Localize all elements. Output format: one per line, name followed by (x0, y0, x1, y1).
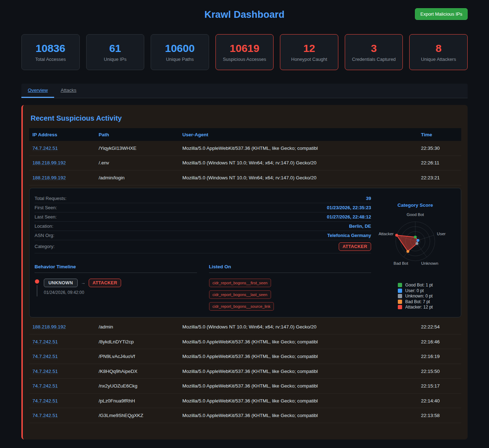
timeline-content: UNKNOWN→ATTACKER01/24/2026, 09:42:00 (44, 279, 121, 296)
legend-label: Good Bot: 1 pt (405, 283, 433, 288)
page-title: Krawl Dashboard (21, 0, 468, 20)
timeline-from-badge: UNKNOWN (44, 279, 78, 287)
path-cell: /8ykdLnDYTi2cp (95, 339, 179, 344)
time-cell: 22:15:17 (416, 383, 461, 389)
tab-attacks[interactable]: Attacks (54, 84, 83, 98)
path-cell: /admin/login (95, 175, 179, 180)
radar-legend: Good Bot: 1 ptUser: 0 ptUnknown: 0 ptBad… (398, 283, 433, 310)
legend-label: Attacker: 12 pt (405, 305, 433, 310)
table-row[interactable]: 74.7.242.51/YiqykGI13WHXEMozilla/5.0 App… (29, 141, 461, 156)
table-row[interactable]: 188.218.99.192/.envMozilla/5.0 (Windows … (29, 156, 461, 171)
timeline-to-badge: ATTACKER (89, 279, 121, 287)
category-label: Category: (35, 244, 54, 249)
listed-on-chip[interactable]: cidr_report_bogons__first_seen (209, 279, 271, 287)
stat-value: 61 (109, 42, 121, 54)
stat-value: 10600 (165, 42, 194, 54)
table-row[interactable]: 74.7.242.51/8ykdLnDYTi2cpMozilla/5.0 App… (29, 334, 461, 349)
time-cell: 22:35:30 (416, 146, 461, 151)
listed-on-heading: Listed On (209, 264, 371, 273)
path-cell: /YiqykGI13WHXE (95, 146, 179, 151)
stat-value: 10619 (230, 42, 259, 54)
legend-swatch-icon (398, 289, 402, 293)
stat-card: 8Unique Attackers (409, 34, 468, 70)
detail-field-value: 01/23/2026, 22:35:23 (327, 205, 371, 210)
table-row[interactable]: 74.7.242.51/PN9LvAcJ4uoVfMozilla/5.0 App… (29, 349, 461, 364)
stat-label: Total Accesses (35, 57, 66, 62)
timeline-marker (35, 279, 39, 296)
column-header: IP Address (29, 132, 95, 137)
detail-field-label: Location: (35, 223, 53, 229)
stat-card: 3Credentials Captured (345, 34, 403, 70)
export-malicious-ips-button[interactable]: Export Malicious IPs (415, 8, 468, 20)
legend-item: Attacker: 12 pt (398, 305, 433, 310)
radar-axis-label: Bad Bot (394, 261, 409, 265)
detail-field-value: Telefonica Germany (327, 233, 371, 238)
category-score-radar: Good BotUserUnknownBad BotAttacker (375, 210, 456, 273)
ip-address-link[interactable]: 188.218.99.192 (32, 175, 66, 180)
timeline-dot-icon (35, 279, 39, 284)
user-agent-cell: Mozilla/5.0 (Windows NT 10.0; Win64; x64… (179, 160, 416, 165)
arrow-right-icon: → (81, 280, 85, 285)
listed-on-chip[interactable]: cidr_report_bogons__source_link (209, 302, 274, 311)
path-cell: /nx2yUOZuE6Ckg (95, 383, 179, 389)
ip-address-link[interactable]: 74.7.242.51 (32, 339, 58, 344)
detail-field-label: First Seen: (35, 205, 57, 210)
stat-value: 8 (436, 42, 442, 54)
stat-label: Unique Paths (166, 57, 194, 62)
stat-value: 12 (303, 42, 315, 54)
stat-value: 3 (371, 42, 377, 54)
legend-item: User: 0 pt (398, 288, 433, 294)
time-cell: 22:13:58 (416, 413, 461, 418)
detail-field-row: Location:Berlin, DE (35, 222, 371, 231)
table-rows-after-detail: 188.218.99.192/adminMozilla/5.0 (Windows… (29, 320, 461, 423)
radar-axis-label: User (437, 231, 446, 236)
table-row[interactable]: 74.7.242.51/K8HQq9hAipeDXMozilla/5.0 App… (29, 364, 461, 379)
app-header: Krawl Dashboard Export Malicious IPs (21, 0, 468, 29)
ip-address-link[interactable]: 74.7.242.51 (32, 413, 58, 418)
user-agent-cell: Mozilla/5.0 AppleWebKit/537.36 (KHTML, l… (179, 383, 416, 389)
stat-label: Honeypot Caught (291, 57, 327, 62)
ip-address-link[interactable]: 74.7.242.51 (32, 354, 58, 359)
user-agent-cell: Mozilla/5.0 AppleWebKit/537.36 (KHTML, l… (179, 339, 416, 344)
column-header: Time (416, 132, 461, 137)
ip-address-link[interactable]: 74.7.242.51 (32, 398, 58, 404)
panel-title: Recent Suspicious Activity (31, 114, 461, 122)
stat-card: 10600Unique Paths (151, 34, 209, 70)
user-agent-cell: Mozilla/5.0 AppleWebKit/537.36 (KHTML, l… (179, 369, 416, 374)
path-cell: /K8HQq9hAipeDX (95, 369, 179, 374)
legend-item: Bad Bot: 7 pt (398, 299, 433, 305)
ip-address-link[interactable]: 74.7.242.51 (32, 383, 58, 389)
detail-field-value: Berlin, DE (349, 223, 371, 229)
ip-detail-card: Total Requests:39First Seen:01/23/2026, … (29, 188, 461, 318)
listed-on-chip[interactable]: cidr_report_bogons__last_seen (209, 290, 271, 299)
stat-card: 10619Suspicious Accesses (215, 34, 274, 70)
legend-label: User: 0 pt (405, 288, 424, 293)
ip-cell: 74.7.242.51 (29, 339, 95, 344)
table-row[interactable]: 74.7.242.51/nx2yUOZuE6CkgMozilla/5.0 App… (29, 379, 461, 394)
tab-overview[interactable]: Overview (21, 84, 54, 98)
detail-field-value: 01/27/2026, 22:48:12 (327, 214, 371, 220)
table-row[interactable]: 74.7.242.51/pLz0Fnua9fRhHMozilla/5.0 App… (29, 394, 461, 409)
ip-address-link[interactable]: 74.7.242.51 (32, 369, 58, 374)
category-row: Category: ATTACKER (35, 240, 371, 253)
table-row[interactable]: 74.7.242.51/G3Lme9ShEQgXKZMozilla/5.0 Ap… (29, 408, 461, 423)
legend-swatch-icon (398, 294, 402, 298)
time-cell: 22:14:40 (416, 398, 461, 404)
ip-cell: 188.218.99.192 (29, 175, 95, 180)
stat-card: 12Honeypot Caught (280, 34, 338, 70)
table-row[interactable]: 188.218.99.192/admin/loginMozilla/5.0 (W… (29, 170, 461, 185)
detail-field-row: Last Seen:01/27/2026, 22:48:12 (35, 212, 371, 222)
path-cell: /G3Lme9ShEQgXKZ (95, 413, 179, 418)
radar-axis-label: Unknown (421, 261, 438, 265)
path-cell: /admin (95, 324, 179, 330)
user-agent-cell: Mozilla/5.0 AppleWebKit/537.36 (KHTML, l… (179, 413, 416, 418)
ip-address-link[interactable]: 188.218.99.192 (32, 324, 66, 330)
detail-field-row: Total Requests:39 (35, 194, 371, 203)
ip-address-link[interactable]: 74.7.242.51 (32, 146, 58, 151)
ip-address-link[interactable]: 188.218.99.192 (32, 160, 66, 165)
table-row[interactable]: 188.218.99.192/adminMozilla/5.0 (Windows… (29, 320, 461, 334)
behavior-timeline-heading: Behavior Timeline (35, 264, 197, 273)
detail-field-row: First Seen:01/23/2026, 22:35:23 (35, 203, 371, 212)
radar-chart-title: Category Score (375, 202, 456, 208)
ip-cell: 74.7.242.51 (29, 369, 95, 374)
